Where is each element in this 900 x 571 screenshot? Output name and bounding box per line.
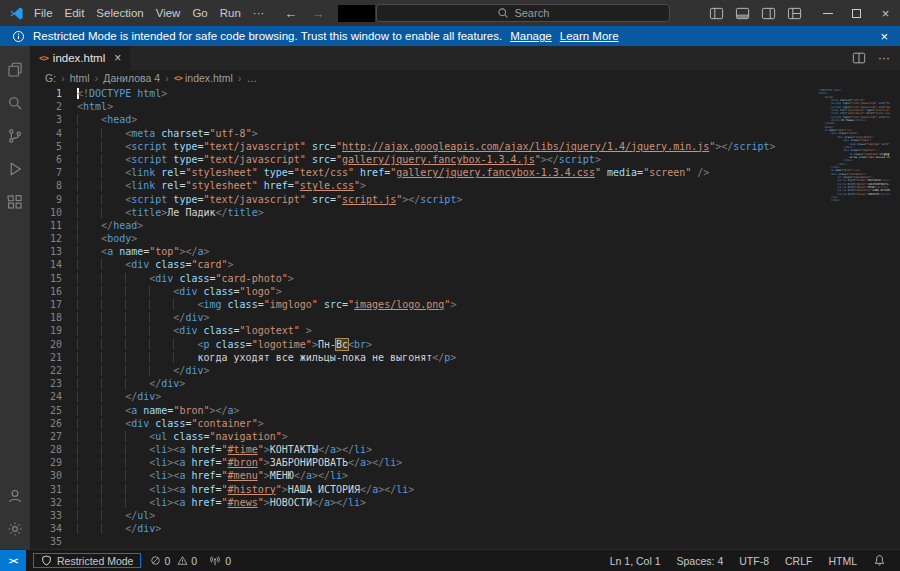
menu-view[interactable]: View <box>150 5 187 21</box>
code-line-32[interactable]: 32 <li><a href="#news">НОВОСТИ</a></li> <box>30 496 818 509</box>
line-number[interactable]: 7 <box>30 166 77 179</box>
line-number[interactable]: 17 <box>30 298 77 311</box>
code-line-27[interactable]: 27 <ul class="navigation"> <box>30 430 818 443</box>
line-number[interactable]: 2 <box>30 100 77 113</box>
line-number[interactable]: 8 <box>30 179 77 192</box>
cursor-position[interactable]: Ln 1, Col 1 <box>602 555 669 567</box>
menu-run[interactable]: Run <box>214 5 247 21</box>
code-line-28[interactable]: 28 <li><a href="#time">КОНТАКТЫ</a></li> <box>30 443 818 456</box>
code-line-34[interactable]: 34 </div> <box>30 522 818 535</box>
code-line-8[interactable]: 8 <link rel="stylesheet" href="style.css… <box>30 179 818 192</box>
menu-go[interactable]: Go <box>186 5 213 21</box>
line-number[interactable]: 35 <box>30 535 77 548</box>
line-number[interactable]: 9 <box>30 193 77 206</box>
line-number[interactable]: 4 <box>30 127 77 140</box>
line-number[interactable]: 33 <box>30 509 77 522</box>
menu-selection[interactable]: Selection <box>90 5 149 21</box>
line-number[interactable]: 23 <box>30 377 77 390</box>
line-number[interactable]: 15 <box>30 272 77 285</box>
line-number[interactable]: 16 <box>30 285 77 298</box>
language-mode[interactable]: HTML <box>820 555 865 567</box>
command-center-search[interactable]: Search <box>376 4 670 22</box>
code-line-18[interactable]: 18 </div> <box>30 311 818 324</box>
line-number[interactable]: 22 <box>30 364 77 377</box>
code-line-35[interactable]: 35 <box>30 535 818 548</box>
banner-learn-more-link[interactable]: Learn More <box>560 30 619 42</box>
line-number[interactable]: 20 <box>30 338 77 351</box>
restricted-mode-status[interactable]: Restricted Mode <box>33 553 141 568</box>
code-line-1[interactable]: 1<!DOCTYPE html> <box>30 87 818 100</box>
menu-more[interactable]: ··· <box>247 5 271 21</box>
line-number[interactable]: 10 <box>30 206 77 219</box>
code-line-26[interactable]: 26 <div class="container"> <box>30 417 818 430</box>
code-line-3[interactable]: 3 <head> <box>30 113 818 126</box>
line-number[interactable]: 21 <box>30 351 77 364</box>
back-arrow-icon[interactable]: ← <box>284 6 297 21</box>
breadcrumb-item[interactable]: Данилова 4 <box>103 72 160 84</box>
breadcrumb-item[interactable]: html <box>70 72 90 84</box>
code-line-2[interactable]: 2<html> <box>30 100 818 113</box>
line-number[interactable]: 26 <box>30 417 77 430</box>
code-line-14[interactable]: 14 <div class="card"> <box>30 258 818 271</box>
account-icon[interactable] <box>0 479 30 512</box>
line-number[interactable]: 14 <box>30 258 77 271</box>
breadcrumb-item[interactable]: <>index.html <box>174 72 233 84</box>
line-number[interactable]: 13 <box>30 245 77 258</box>
code-line-30[interactable]: 30 <li><a href="#menu">МЕНЮ</a></li> <box>30 469 818 482</box>
code-line-24[interactable]: 24 </div> <box>30 390 818 403</box>
line-number[interactable]: 29 <box>30 456 77 469</box>
ports-status[interactable]: 0 <box>203 555 237 567</box>
split-editor-icon[interactable] <box>852 51 866 65</box>
code-line-23[interactable]: 23 </div> <box>30 377 818 390</box>
code-line-13[interactable]: 13 <a name="top"></a> <box>30 245 818 258</box>
code-line-33[interactable]: 33 </ul> <box>30 509 818 522</box>
customize-layout-icon[interactable] <box>787 6 802 21</box>
line-number[interactable]: 6 <box>30 153 77 166</box>
line-number[interactable]: 27 <box>30 430 77 443</box>
eol-sequence[interactable]: CRLF <box>777 555 820 567</box>
code-line-19[interactable]: 19 <div class="logotext" > <box>30 324 818 337</box>
line-number[interactable]: 34 <box>30 522 77 535</box>
menu-edit[interactable]: Edit <box>59 5 91 21</box>
run-debug-icon[interactable] <box>0 152 30 185</box>
line-number[interactable]: 3 <box>30 113 77 126</box>
search-sidebar-icon[interactable] <box>0 86 30 119</box>
breadcrumb-item[interactable]: … <box>247 72 258 84</box>
code-line-17[interactable]: 17 <img class="imglogo" src="images/logo… <box>30 298 818 311</box>
code-line-21[interactable]: 21 когда уходят все жильцы-пока не выгон… <box>30 351 818 364</box>
line-number[interactable]: 30 <box>30 469 77 482</box>
code-line-11[interactable]: 11 </head> <box>30 219 818 232</box>
toggle-primary-sidebar-icon[interactable] <box>709 6 724 21</box>
notifications-bell-icon[interactable] <box>865 554 894 567</box>
source-control-icon[interactable] <box>0 119 30 152</box>
toggle-secondary-sidebar-icon[interactable] <box>761 6 776 21</box>
line-number[interactable]: 28 <box>30 443 77 456</box>
remote-indicator[interactable]: >< <box>0 550 26 571</box>
code-line-25[interactable]: 25 <a name="bron"></a> <box>30 404 818 417</box>
banner-manage-link[interactable]: Manage <box>510 30 552 42</box>
line-number[interactable]: 32 <box>30 496 77 509</box>
line-number[interactable]: 11 <box>30 219 77 232</box>
code-line-12[interactable]: 12 <body> <box>30 232 818 245</box>
line-number[interactable]: 25 <box>30 404 77 417</box>
banner-close-icon[interactable]: × <box>880 29 888 44</box>
line-number[interactable]: 18 <box>30 311 77 324</box>
code-line-31[interactable]: 31 <li><a href="#history">НАША ИСТОРИЯ</… <box>30 483 818 496</box>
problems-status[interactable]: 0 0 <box>144 555 203 567</box>
more-actions-icon[interactable]: ··· <box>878 51 890 65</box>
line-number[interactable]: 24 <box>30 390 77 403</box>
editor[interactable]: 1<!DOCTYPE html>2<html>3 <head>4 <meta c… <box>30 86 900 549</box>
line-number[interactable]: 5 <box>30 140 77 153</box>
maximize-button[interactable] <box>842 0 871 26</box>
breadcrumb-item[interactable]: G: <box>45 72 56 84</box>
line-number[interactable]: 31 <box>30 483 77 496</box>
code-line-20[interactable]: 20 <p class="logotime">Пн-Вс<br> <box>30 338 818 351</box>
tab-index-html[interactable]: <> index.html × <box>30 46 130 70</box>
explorer-icon[interactable] <box>0 53 30 86</box>
code-line-29[interactable]: 29 <li><a href="#bron">ЗАБРОНИРОВАТЬ</a>… <box>30 456 818 469</box>
code-line-22[interactable]: 22 </div> <box>30 364 818 377</box>
forward-arrow-icon[interactable]: → <box>311 6 324 21</box>
minimize-button[interactable] <box>813 0 842 26</box>
menu-file[interactable]: File <box>28 5 59 21</box>
line-number[interactable]: 1 <box>30 87 77 100</box>
